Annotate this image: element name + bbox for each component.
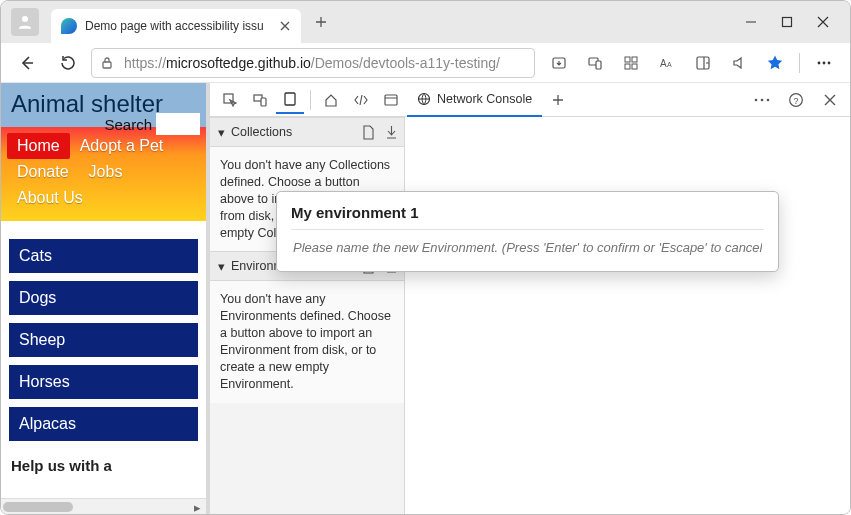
list-item[interactable]: Alpacas: [9, 407, 198, 441]
svg-rect-6: [625, 57, 630, 62]
tab-sources-icon[interactable]: [347, 86, 375, 114]
app-available-icon[interactable]: [543, 47, 575, 79]
section-collections[interactable]: ▾ Collections: [210, 117, 404, 147]
browser-tab[interactable]: Demo page with accessibility issu: [51, 9, 301, 43]
category-list: Cats Dogs Sheep Horses Alpacas: [1, 221, 206, 447]
help-icon[interactable]: ?: [782, 86, 810, 114]
svg-point-22: [755, 99, 758, 102]
inspect-icon[interactable]: [216, 86, 244, 114]
svg-point-23: [761, 99, 764, 102]
svg-text:A: A: [660, 58, 667, 69]
svg-rect-18: [261, 98, 266, 106]
tab-close-icon[interactable]: [277, 18, 293, 34]
svg-point-14: [823, 61, 826, 64]
back-button[interactable]: [11, 47, 43, 79]
environment-name-value: My environment 1: [291, 204, 764, 229]
import-icon[interactable]: [385, 125, 398, 140]
device-toggle-icon[interactable]: [246, 86, 274, 114]
svg-rect-8: [625, 64, 630, 69]
section-label: Collections: [231, 125, 292, 139]
globe-icon: [417, 92, 431, 106]
tab-title: Demo page with accessibility issu: [85, 19, 277, 33]
tab-label: Network Console: [437, 92, 532, 106]
page-pane: Animal shelter Search Home Adopt a Pet D…: [1, 83, 206, 514]
svg-text:?: ?: [794, 96, 799, 106]
window-controls: [744, 1, 844, 43]
svg-rect-1: [783, 18, 792, 27]
nav-home[interactable]: Home: [7, 133, 70, 159]
devtools-close-icon[interactable]: [816, 86, 844, 114]
svg-rect-2: [103, 62, 111, 68]
svg-point-24: [767, 99, 770, 102]
new-file-icon[interactable]: [362, 125, 375, 140]
svg-rect-16: [224, 94, 233, 103]
horizontal-scrollbar[interactable]: ▸: [1, 498, 206, 514]
profile-avatar[interactable]: [11, 8, 39, 36]
lock-icon: [100, 56, 114, 70]
window-titlebar: Demo page with accessibility issu: [1, 1, 850, 43]
svg-point-13: [818, 61, 821, 64]
environment-name-popover: My environment 1: [276, 191, 779, 272]
chevron-right-icon[interactable]: ▸: [190, 499, 204, 515]
tab-elements-icon[interactable]: [317, 86, 345, 114]
search-label: Search: [104, 116, 152, 133]
read-aloud-icon[interactable]: [723, 47, 755, 79]
devtools-sidebar: ▾ Collections You don't have any Collect…: [210, 117, 405, 514]
menu-button[interactable]: [808, 47, 840, 79]
url-path: /Demos/devtools-a11y-testing/: [311, 55, 500, 71]
window-minimize-icon[interactable]: [744, 15, 758, 29]
url-box[interactable]: https://microsoftedge.github.io/Demos/de…: [91, 48, 535, 78]
devtools-pane: Network Console ? ▾ Collections Yo: [210, 83, 850, 514]
tab-welcome-icon[interactable]: [276, 86, 304, 114]
list-item[interactable]: Horses: [9, 365, 198, 399]
collections-icon[interactable]: [687, 47, 719, 79]
content-area: Animal shelter Search Home Adopt a Pet D…: [1, 83, 850, 514]
help-heading: Help us with a: [1, 447, 206, 474]
svg-rect-20: [385, 95, 397, 105]
devtools-toolbar: Network Console ?: [210, 83, 850, 117]
environment-name-input[interactable]: [291, 229, 764, 257]
svg-rect-19: [285, 93, 295, 105]
url-host: microsoftedge.github.io: [166, 55, 311, 71]
svg-rect-9: [632, 64, 637, 69]
list-item[interactable]: Sheep: [9, 323, 198, 357]
chevron-down-icon: ▾: [218, 259, 225, 274]
nav-jobs[interactable]: Jobs: [79, 159, 133, 185]
tab-network-console[interactable]: Network Console: [407, 83, 542, 117]
refresh-button[interactable]: [51, 47, 83, 79]
scrollbar-thumb[interactable]: [3, 502, 73, 512]
svg-text:A: A: [667, 61, 672, 68]
list-item[interactable]: Cats: [9, 239, 198, 273]
list-item[interactable]: Dogs: [9, 281, 198, 315]
environments-empty-text: You don't have any Environments defined.…: [210, 281, 404, 402]
tab-console-icon[interactable]: [377, 86, 405, 114]
chevron-down-icon: ▾: [218, 125, 225, 140]
edge-icon: [61, 18, 77, 34]
new-tab-button[interactable]: [307, 8, 335, 36]
devtools-more-icon[interactable]: [748, 86, 776, 114]
svg-point-0: [22, 16, 28, 22]
extensions-icon[interactable]: [615, 47, 647, 79]
svg-rect-7: [632, 57, 637, 62]
nav-about[interactable]: About Us: [7, 185, 93, 211]
svg-rect-5: [596, 61, 601, 69]
main-nav: Home Adopt a Pet Donate Jobs About Us: [1, 127, 206, 221]
favorite-star-icon[interactable]: [759, 47, 791, 79]
nav-adopt[interactable]: Adopt a Pet: [70, 133, 174, 159]
page-header: Animal shelter Search: [1, 83, 206, 127]
text-size-icon[interactable]: AA: [651, 47, 683, 79]
nav-donate[interactable]: Donate: [7, 159, 79, 185]
search-input[interactable]: [156, 113, 200, 135]
window-close-icon[interactable]: [816, 15, 830, 29]
devtools-body: ▾ Collections You don't have any Collect…: [210, 117, 850, 514]
url-scheme: https://: [124, 55, 166, 71]
address-bar: https://microsoftedge.github.io/Demos/de…: [1, 43, 850, 83]
svg-point-15: [828, 61, 831, 64]
devtools-main: Create a request Import a collection Lea…: [405, 117, 850, 514]
more-tabs-button[interactable]: [544, 86, 572, 114]
device-emulate-icon[interactable]: [579, 47, 611, 79]
window-maximize-icon[interactable]: [780, 15, 794, 29]
